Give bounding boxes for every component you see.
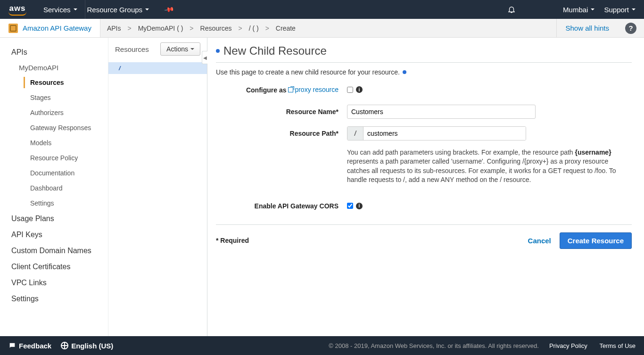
crumb-create[interactable]: Create (276, 25, 296, 32)
breadcrumb-bar: Amazon API Gateway APIs > MyDemoAPI ( ) … (0, 19, 644, 38)
api-gateway-icon (8, 24, 18, 33)
sidebar-api-keys[interactable]: API Keys (0, 227, 108, 243)
sidebar-item-documentation[interactable]: Documentation (0, 165, 108, 181)
info-icon[interactable]: i (356, 203, 363, 209)
helptext-bold: {username} (575, 149, 611, 156)
label-cors: Enable API Gateway CORS (216, 199, 347, 213)
resource-path-input[interactable] (363, 127, 526, 140)
collapse-panel-button[interactable]: ◀ (202, 51, 207, 64)
sidebar-settings[interactable]: Settings (0, 291, 108, 307)
caret-down-icon (632, 8, 636, 10)
resource-root-item[interactable]: / (108, 62, 207, 74)
create-resource-button[interactable]: Create Resource (560, 232, 632, 249)
crumb-resources[interactable]: Resources (200, 25, 232, 32)
external-link-icon (288, 87, 293, 92)
resource-column: Resources Actions ◀ / (108, 38, 207, 336)
required-note: * Required (216, 237, 249, 244)
service-name: Amazon API Gateway (23, 24, 91, 32)
cors-checkbox[interactable] (347, 203, 353, 209)
resource-name-input[interactable] (347, 105, 536, 119)
resource-tree: / (108, 60, 207, 74)
pin-icon[interactable]: 📌 (164, 4, 174, 15)
show-hints-link[interactable]: Show all hints (556, 19, 618, 37)
cancel-button[interactable]: Cancel (528, 237, 551, 245)
support-label: Support (604, 6, 629, 14)
helptext-post: represents a path parameter called 'user… (347, 157, 616, 183)
crumb-apis[interactable]: APIs (107, 25, 121, 32)
left-sidebar: APIs MyDemoAPI Resources Stages Authoriz… (0, 38, 108, 336)
region-dropdown[interactable]: Mumbai (563, 6, 594, 14)
resource-form: Configure as proxy resource i Resource N… (216, 83, 632, 213)
aws-logo[interactable]: aws (8, 4, 26, 16)
caret-down-icon (74, 8, 77, 10)
sidebar-item-stages[interactable]: Stages (0, 90, 108, 105)
label-configure-as: Configure as (246, 86, 287, 94)
breadcrumb-separator: > (127, 25, 131, 32)
page-title: New Child Resource (223, 44, 327, 58)
sidebar-item-dashboard[interactable]: Dashboard (0, 181, 108, 196)
info-icon[interactable]: i (356, 86, 363, 93)
resource-groups-label: Resource Groups (87, 6, 143, 14)
sidebar-apis[interactable]: APIs (0, 44, 108, 60)
hint-dot-icon[interactable] (216, 49, 220, 53)
sidebar-item-authorizers[interactable]: Authorizers (0, 105, 108, 120)
support-dropdown[interactable]: Support (604, 6, 636, 14)
crumb-api-name[interactable]: MyDemoAPI ( ) (138, 25, 183, 32)
help-icon[interactable]: ? (625, 23, 636, 34)
caret-down-icon (591, 8, 594, 10)
nav-divider (85, 0, 85, 19)
sidebar-vpc-links[interactable]: VPC Links (0, 275, 108, 291)
service-block[interactable]: Amazon API Gateway (0, 19, 100, 37)
sidebar-api-name[interactable]: MyDemoAPI (0, 60, 108, 75)
resource-column-title: Resources (115, 45, 149, 53)
content-area: New Child Resource Use this page to crea… (207, 38, 644, 336)
path-prefix: / (347, 127, 363, 140)
top-navbar: aws Services Resource Groups 📌 Mumbai Su… (0, 0, 644, 19)
label-resource-path: Resource Path* (216, 126, 347, 140)
helptext-pre: You can add path parameters using bracke… (347, 149, 575, 156)
breadcrumb-separator: > (238, 25, 242, 32)
breadcrumb-separator: > (265, 25, 269, 32)
subtitle-text: Use this page to create a new child reso… (216, 68, 400, 76)
notification-bell-icon[interactable] (507, 5, 516, 14)
sidebar-client-certs[interactable]: Client Certificates (0, 259, 108, 275)
actions-label: Actions (166, 45, 188, 53)
breadcrumb-separator: > (190, 25, 193, 32)
actions-dropdown-button[interactable]: Actions (160, 42, 200, 56)
hint-dot-icon[interactable] (403, 70, 406, 74)
proxy-resource-link[interactable]: proxy resource (288, 83, 339, 97)
region-label: Mumbai (563, 6, 588, 14)
configure-proxy-checkbox[interactable] (347, 87, 353, 93)
sidebar-usage-plans[interactable]: Usage Plans (0, 211, 108, 227)
label-resource-name: Resource Name* (216, 105, 347, 119)
aws-smile-icon (8, 12, 26, 16)
page-subtitle: Use this page to create a new child reso… (216, 68, 632, 76)
breadcrumb: APIs > MyDemoAPI ( ) > Resources > / ( )… (100, 25, 296, 32)
services-label: Services (43, 6, 71, 14)
sidebar-item-models[interactable]: Models (0, 135, 108, 150)
main-area: APIs MyDemoAPI Resources Stages Authoriz… (0, 38, 644, 336)
caret-down-icon (145, 8, 149, 10)
sidebar-item-gateway-responses[interactable]: Gateway Responses (0, 120, 108, 135)
sidebar-custom-domains[interactable]: Custom Domain Names (0, 243, 108, 259)
resource-path-help: You can add path parameters using bracke… (347, 148, 630, 185)
sidebar-item-settings[interactable]: Settings (0, 196, 108, 211)
sidebar-item-resource-policy[interactable]: Resource Policy (0, 150, 108, 165)
resource-groups-menu[interactable]: Resource Groups (87, 6, 149, 14)
caret-down-icon (190, 48, 194, 50)
services-menu[interactable]: Services (43, 6, 77, 14)
proxy-link-text: proxy resource (295, 83, 339, 97)
sidebar-item-resources[interactable]: Resources (0, 75, 108, 90)
crumb-root[interactable]: / ( ) (249, 25, 259, 32)
